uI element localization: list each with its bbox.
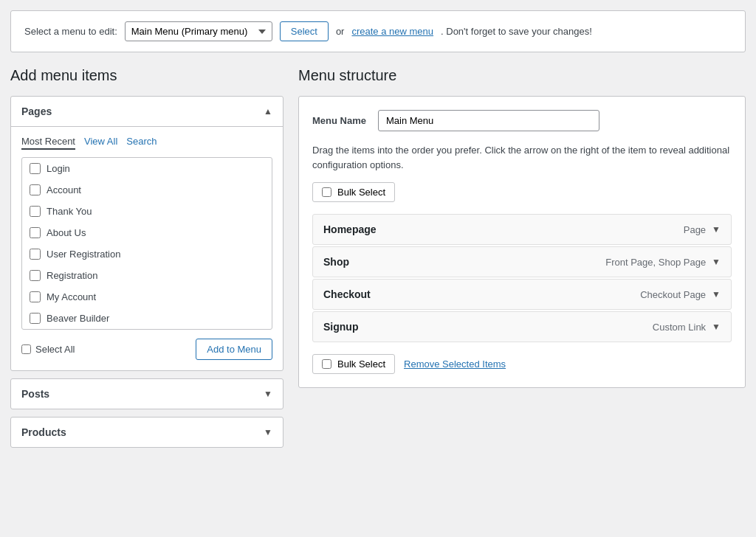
tab-search[interactable]: Search: [126, 136, 157, 150]
bulk-select-bottom-button[interactable]: Bulk Select: [312, 354, 395, 374]
menu-structure-box: Menu Name Drag the items into the order …: [298, 96, 746, 388]
page-checkbox[interactable]: [30, 184, 41, 195]
list-item: Thank You: [22, 201, 272, 222]
menu-item-meta: Front Page, Shop Page: [605, 257, 706, 268]
list-item: Beaver Builder: [22, 308, 272, 329]
page-checkbox[interactable]: [30, 249, 41, 260]
page-checkbox[interactable]: [30, 227, 41, 238]
page-label: Account: [47, 184, 81, 195]
list-item: Registration: [22, 265, 272, 286]
bulk-select-top-checkbox[interactable]: [322, 187, 331, 197]
menu-item-meta: Page: [684, 224, 706, 235]
page-checkbox[interactable]: [30, 291, 41, 302]
page-checkbox[interactable]: [30, 163, 41, 174]
products-accordion-label: Products: [21, 426, 66, 438]
products-accordion-arrow: ▼: [264, 427, 272, 437]
remove-selected-link[interactable]: Remove Selected Items: [404, 358, 506, 370]
bulk-select-bottom-label: Bulk Select: [337, 358, 385, 370]
list-item: User Registration: [22, 243, 272, 265]
posts-accordion-arrow: ▼: [264, 389, 272, 399]
list-item: My Account: [22, 286, 272, 308]
bulk-select-top-label: Bulk Select: [337, 187, 385, 198]
right-panel: Menu structure Menu Name Drag the items …: [298, 67, 746, 455]
posts-accordion: Posts ▼: [10, 378, 284, 409]
page-label: Login: [47, 163, 70, 174]
menu-item-row[interactable]: ShopFront Page, Shop Page▼: [312, 246, 732, 277]
select-button[interactable]: Select: [280, 21, 329, 41]
or-text: or: [336, 26, 345, 37]
menu-item-chevron-icon: ▼: [712, 224, 721, 235]
menu-item-chevron-icon: ▼: [712, 289, 721, 299]
menu-name-input[interactable]: [378, 110, 599, 131]
page-label: User Registration: [47, 249, 120, 260]
tab-view-all[interactable]: View All: [84, 136, 117, 150]
page-label: Beaver Builder: [47, 313, 109, 324]
left-panel: Add menu items Pages ▲ Most Recent View …: [10, 67, 284, 455]
menu-item-meta-row: Custom Link▼: [653, 322, 721, 333]
pages-accordion-arrow: ▲: [264, 106, 272, 117]
menu-items-list: HomepagePage▼ShopFront Page, Shop Page▼C…: [312, 214, 732, 342]
bulk-select-bottom-checkbox[interactable]: [322, 359, 331, 369]
select-all-label[interactable]: Select All: [21, 344, 75, 355]
pages-bottom-row: Select All Add to Menu: [21, 339, 272, 360]
page-checkbox[interactable]: [30, 270, 41, 281]
drag-hint: Drag the items into the order you prefer…: [312, 143, 732, 172]
bulk-select-top-row: Bulk Select: [312, 182, 732, 202]
page-label: About Us: [47, 227, 86, 238]
bulk-select-top-button[interactable]: Bulk Select: [312, 182, 395, 202]
posts-accordion-header[interactable]: Posts ▼: [11, 379, 283, 409]
pages-accordion-body: Most Recent View All Search LoginAccount…: [11, 126, 283, 370]
menu-select-dropdown[interactable]: Main Menu (Primary menu): [125, 21, 272, 41]
products-accordion: Products ▼: [10, 417, 284, 448]
add-to-menu-button[interactable]: Add to Menu: [196, 339, 272, 360]
reminder-text: . Don't forget to save your changes!: [441, 26, 592, 37]
menu-name-label: Menu Name: [312, 115, 366, 126]
posts-accordion-label: Posts: [21, 388, 49, 400]
menu-item-meta-row: Front Page, Shop Page▼: [605, 257, 721, 268]
pages-tabs-row: Most Recent View All Search: [21, 136, 272, 150]
menu-item-label: Checkout: [323, 288, 371, 300]
page-checkbox[interactable]: [30, 206, 41, 217]
list-item: Login: [22, 158, 272, 179]
list-item: About Us: [22, 222, 272, 243]
menu-item-label: Signup: [323, 321, 358, 333]
page-label: Thank You: [47, 206, 92, 217]
menu-item-meta: Custom Link: [653, 322, 706, 333]
add-menu-items-title: Add menu items: [10, 67, 284, 84]
menu-item-chevron-icon: ▼: [712, 257, 721, 267]
menu-name-row: Menu Name: [312, 110, 732, 131]
pages-list: LoginAccountThank YouAbout UsUser Regist…: [21, 157, 272, 330]
menu-item-row[interactable]: SignupCustom Link▼: [312, 311, 732, 342]
main-content: Add menu items Pages ▲ Most Recent View …: [0, 52, 756, 470]
menu-item-chevron-icon: ▼: [712, 322, 721, 332]
tab-most-recent[interactable]: Most Recent: [21, 136, 75, 150]
top-bar: Select a menu to edit: Main Menu (Primar…: [10, 10, 746, 52]
pages-accordion-label: Pages: [21, 105, 52, 117]
select-all-checkbox[interactable]: [21, 344, 31, 354]
menu-item-meta-row: Checkout Page▼: [640, 289, 721, 300]
menu-structure-title: Menu structure: [298, 67, 746, 84]
page-checkbox[interactable]: [30, 313, 41, 324]
products-accordion-header[interactable]: Products ▼: [11, 418, 283, 447]
menu-item-meta-row: Page▼: [684, 224, 721, 235]
menu-item-label: Shop: [323, 256, 349, 268]
menu-item-label: Homepage: [323, 224, 377, 235]
page-label: My Account: [47, 291, 96, 302]
select-menu-label: Select a menu to edit:: [24, 26, 117, 37]
page-label: Registration: [47, 270, 97, 281]
menu-item-row[interactable]: HomepagePage▼: [312, 214, 732, 245]
menu-item-meta: Checkout Page: [640, 289, 706, 300]
menu-item-row[interactable]: CheckoutCheckout Page▼: [312, 279, 732, 310]
list-item: Account: [22, 179, 272, 201]
create-new-menu-link[interactable]: create a new menu: [351, 26, 433, 37]
pages-accordion: Pages ▲ Most Recent View All Search Logi…: [10, 96, 284, 371]
pages-accordion-header[interactable]: Pages ▲: [11, 97, 283, 126]
bulk-select-bottom-row: Bulk Select Remove Selected Items: [312, 354, 732, 374]
